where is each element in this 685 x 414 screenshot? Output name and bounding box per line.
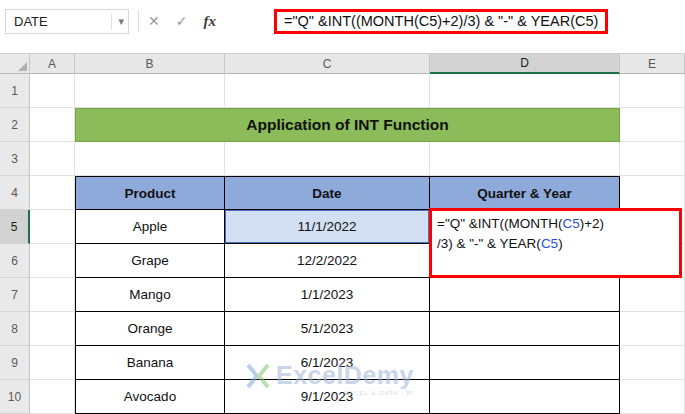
row-header-3[interactable]: 3 [0, 142, 30, 176]
column-header-e[interactable]: E [620, 54, 685, 74]
empty-cell[interactable] [430, 142, 620, 176]
active-cell-formula-highlight[interactable]: ="Q" &INT((MONTH(C5)+2) /3) & "-" & YEAR… [429, 208, 682, 278]
select-all-corner[interactable] [0, 54, 30, 74]
row-4: 4 Product Date Quarter & Year [0, 176, 685, 210]
formula-bar-row: DATE ▾ ✕ ✓ fx ="Q" &INT((MONTH(C5)+2)/3)… [0, 0, 685, 38]
empty-cell[interactable] [620, 142, 685, 176]
table-cell-quarter[interactable] [430, 312, 620, 346]
column-header-c[interactable]: C [225, 54, 430, 74]
table-cell-product[interactable]: Grape [75, 244, 225, 278]
table-cell-product[interactable]: Orange [75, 312, 225, 346]
row-header-9[interactable]: 9 [0, 346, 30, 380]
spacer [0, 38, 685, 53]
empty-cell[interactable] [30, 312, 75, 346]
empty-cell[interactable] [30, 108, 75, 142]
empty-cell[interactable] [620, 346, 685, 380]
formula-bar-highlight: ="Q" &INT((MONTH(C5)+2)/3) & "-" & YEAR(… [274, 9, 608, 34]
empty-cell[interactable] [75, 142, 225, 176]
row-header-6[interactable]: 6 [0, 244, 30, 278]
empty-cell[interactable] [30, 142, 75, 176]
table-cell-product[interactable]: Apple [75, 210, 225, 244]
row-header-4[interactable]: 4 [0, 176, 30, 210]
header-cell-product[interactable]: Product [75, 176, 225, 210]
title-banner[interactable]: Application of INT Function [75, 108, 620, 142]
row-header-1[interactable]: 1 [0, 74, 30, 108]
empty-cell[interactable] [620, 312, 685, 346]
formula-line-1: ="Q" &INT((MONTH(C5)+2) [437, 214, 675, 234]
empty-cell[interactable] [620, 108, 685, 142]
table-cell-date-referenced[interactable]: 11/1/2022 [225, 210, 430, 244]
name-box[interactable]: DATE ▾ [5, 9, 129, 34]
cell-reference: C5 [541, 236, 558, 251]
row-10: 10 Avocado 9/1/2023 [0, 380, 685, 414]
table-cell-date[interactable]: 12/2/2022 [225, 244, 430, 278]
table-cell-quarter[interactable] [430, 346, 620, 380]
header-cell-date[interactable]: Date [225, 176, 430, 210]
row-8: 8 Orange 5/1/2023 [0, 312, 685, 346]
empty-cell[interactable] [225, 74, 430, 108]
table-cell-date[interactable]: 1/1/2023 [225, 278, 430, 312]
enter-icon[interactable]: ✓ [176, 13, 188, 29]
row-7: 7 Mango 1/1/2023 [0, 278, 685, 312]
empty-cell[interactable] [430, 74, 620, 108]
column-header-a[interactable]: A [30, 54, 75, 74]
chevron-down-icon[interactable]: ▾ [111, 13, 124, 30]
empty-cell[interactable] [620, 380, 685, 414]
empty-cell[interactable] [30, 346, 75, 380]
empty-cell[interactable] [30, 74, 75, 108]
table-cell-product[interactable]: Banana [75, 346, 225, 380]
table-cell-date[interactable]: 6/1/2023 [225, 346, 430, 380]
name-box-value: DATE [14, 14, 111, 29]
empty-cell[interactable] [30, 244, 75, 278]
empty-cell[interactable] [620, 74, 685, 108]
table-cell-date[interactable]: 5/1/2023 [225, 312, 430, 346]
row-header-10[interactable]: 10 [0, 380, 30, 414]
spreadsheet-grid: A B C D E 1 2 Application of INT Functio… [0, 53, 685, 414]
row-header-5[interactable]: 5 [0, 210, 30, 244]
empty-cell[interactable] [620, 176, 685, 210]
empty-cell[interactable] [620, 278, 685, 312]
cancel-icon[interactable]: ✕ [148, 13, 160, 29]
formula-line-2: /3) & "-" & YEAR(C5) [437, 234, 675, 254]
table-cell-date[interactable]: 9/1/2023 [225, 380, 430, 414]
table-cell-quarter[interactable] [430, 380, 620, 414]
formula-text[interactable]: ="Q" &INT((MONTH(C5)+2)/3) & "-" & YEAR(… [284, 13, 598, 29]
row-1: 1 [0, 74, 685, 108]
table-cell-quarter[interactable] [430, 278, 620, 312]
row-header-8[interactable]: 8 [0, 312, 30, 346]
insert-function-icon[interactable]: fx [203, 13, 216, 30]
empty-cell[interactable] [30, 380, 75, 414]
table-cell-product[interactable]: Avocado [75, 380, 225, 414]
empty-cell[interactable] [75, 74, 225, 108]
empty-cell[interactable] [30, 176, 75, 210]
column-header-row: A B C D E [0, 53, 685, 74]
cell-reference: C5 [562, 216, 579, 231]
divider [138, 10, 139, 32]
empty-cell[interactable] [30, 278, 75, 312]
table-cell-product[interactable]: Mango [75, 278, 225, 312]
header-cell-quarter[interactable]: Quarter & Year [430, 176, 620, 210]
row-2: 2 Application of INT Function [0, 108, 685, 142]
row-header-2[interactable]: 2 [0, 108, 30, 142]
empty-cell[interactable] [30, 210, 75, 244]
row-9: 9 Banana 6/1/2023 [0, 346, 685, 380]
column-header-d[interactable]: D [430, 54, 620, 74]
empty-cell[interactable] [225, 142, 430, 176]
formula-bar[interactable]: ="Q" &INT((MONTH(C5)+2)/3) & "-" & YEAR(… [216, 7, 681, 35]
column-header-b[interactable]: B [75, 54, 225, 74]
row-3: 3 [0, 142, 685, 176]
row-header-7[interactable]: 7 [0, 278, 30, 312]
